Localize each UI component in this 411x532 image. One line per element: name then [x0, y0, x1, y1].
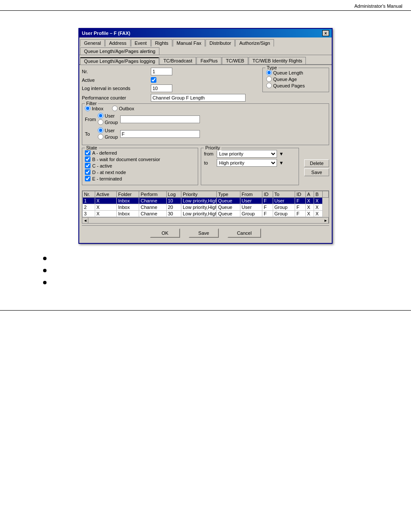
filter-section: Filter Inbox Outbox From User [82, 103, 329, 145]
tab-faxplus[interactable]: FaxPlus [196, 57, 221, 64]
type-queue-age-radio[interactable] [266, 76, 272, 82]
tab-rights[interactable]: Rights [151, 39, 172, 47]
cell-b: X [314, 211, 323, 217]
state-c-checkbox[interactable] [85, 163, 90, 168]
tab-queue-logging[interactable]: Queue Length/Age/Pages logging [80, 57, 159, 65]
performance-counter-row: Performance counter [82, 94, 329, 102]
tab-manual-fax[interactable]: Manual Fax [173, 39, 205, 47]
to-label: To [85, 131, 98, 137]
state-a-label: A - deferred [92, 150, 117, 156]
dialog-title: User Profile – F (FAX) [82, 31, 130, 36]
col-folder: Folder [117, 191, 139, 198]
state-e-checkbox[interactable] [85, 176, 90, 181]
cancel-button[interactable]: Cancel [227, 228, 261, 238]
scroll-right-btn[interactable]: ► [323, 218, 329, 224]
bullet-dot-1 [43, 257, 47, 260]
from-user-radio[interactable] [98, 113, 103, 118]
type-queued-pages-row: Queued Pages [266, 83, 325, 88]
cell-active: X [95, 204, 117, 211]
bullet-item-1 [43, 257, 368, 260]
from-row: From User Group [85, 113, 326, 126]
scroll-left-btn[interactable]: ◄ [82, 218, 88, 224]
log-interval-label: Log interval in seconds [82, 86, 151, 91]
inbox-label: Inbox [92, 106, 103, 111]
dialog-window: User Profile – F (FAX) × General Address… [78, 28, 333, 244]
state-b-row: B - wait for document conversior [85, 156, 195, 162]
to-value-input[interactable] [120, 130, 200, 138]
nr-label: Nr. [82, 69, 151, 74]
state-e-label: E - terminated [92, 176, 122, 181]
bullet-section [17, 257, 394, 284]
to-group-radio[interactable] [98, 134, 103, 140]
tab-tcweb-identity[interactable]: TC/WEB Identity Rights [249, 57, 306, 64]
state-c-row: C - active [85, 163, 195, 168]
state-a-checkbox[interactable] [85, 150, 90, 156]
state-b-checkbox[interactable] [85, 156, 90, 162]
header-title: Administrator's Manual [354, 3, 402, 9]
cell-log: 30 [166, 211, 181, 217]
cell-active: X [95, 211, 117, 217]
outbox-radio[interactable] [112, 106, 118, 111]
col-nr: Nr. [83, 191, 95, 198]
performance-counter-input[interactable] [151, 94, 246, 102]
delete-button[interactable]: Delete [304, 159, 329, 167]
priority-from-arrow: ▼ [279, 151, 283, 156]
table-scrollbar-h[interactable]: ◄ ► [82, 217, 329, 223]
cell-to: User [273, 198, 295, 204]
table-row[interactable]: 2 X Inbox Channe 20 Low priority,High Qu… [83, 204, 329, 211]
type-queue-age-label: Queue Age [273, 77, 297, 82]
tab-tc-broadcast[interactable]: TC/Broadcast [159, 57, 196, 64]
ok-button[interactable]: OK [150, 228, 180, 238]
inbox-radio[interactable] [85, 106, 90, 111]
priority-to-select[interactable]: Low priority Medium priority High priori… [217, 159, 277, 167]
save-button[interactable]: Save [189, 228, 219, 238]
cell-to: Group [273, 211, 295, 217]
cell-log: 10 [166, 198, 181, 204]
cell-b: X [314, 198, 323, 204]
from-group-label: Group [105, 120, 118, 125]
active-checkbox[interactable] [151, 77, 156, 83]
bullet-dot-3 [43, 281, 47, 284]
type-queue-length-label: Queue Length [273, 70, 303, 75]
cell-type: Queue [217, 211, 240, 217]
cell-priority: Low priority,High [181, 211, 217, 217]
state-e-row: E - terminated [85, 176, 195, 181]
tab-tcweb[interactable]: TC/WEB [222, 57, 248, 64]
priority-from-select[interactable]: Low priority Medium priority High priori… [217, 150, 277, 158]
to-row: To User Group [85, 128, 326, 140]
table-row[interactable]: 3 X Inbox Channe 30 Low priority,High Qu… [83, 211, 329, 217]
tab-queue-alerting[interactable]: Queue Length/Age/Pages alerting [80, 47, 159, 55]
table-scroll[interactable]: Nr. Active Folder Perform Log Priority T… [82, 191, 329, 217]
page-header: Administrator's Manual [0, 0, 411, 11]
to-user-radio[interactable] [98, 128, 103, 133]
priority-section: Priority from Low priority Medium priori… [201, 148, 299, 185]
log-interval-input[interactable] [151, 84, 172, 92]
from-value-input[interactable] [120, 115, 200, 123]
tab-distributor[interactable]: Distributor [206, 39, 235, 47]
direction-row: Inbox Outbox [85, 106, 326, 111]
cell-a: X [305, 211, 314, 217]
state-priority-row: State A - deferred B - wait for document… [82, 148, 329, 188]
type-queue-length-radio[interactable] [266, 70, 272, 75]
table-row[interactable]: 1 X Inbox Channe 10 Low priority,High Qu… [83, 198, 329, 204]
bullet-dot-2 [43, 269, 47, 272]
tab-general[interactable]: General [80, 39, 105, 47]
cell-log: 20 [166, 204, 181, 211]
state-d-checkbox[interactable] [85, 169, 90, 175]
save-right-button[interactable]: Save [304, 168, 329, 176]
cell-nr: 2 [83, 204, 95, 211]
type-queued-pages-radio[interactable] [266, 83, 272, 88]
tab-authorize-sign[interactable]: Authorize/Sign [235, 39, 274, 47]
from-group-row: Group [98, 119, 118, 125]
tab-event[interactable]: Event [131, 39, 151, 47]
type-queue-length-row: Queue Length [266, 70, 325, 75]
from-group-radio[interactable] [98, 119, 103, 125]
dialog-close-button[interactable]: × [322, 30, 329, 36]
tab-address[interactable]: Address [105, 39, 130, 47]
cell-folder: Inbox [117, 204, 139, 211]
cell-perform: Channe [139, 204, 166, 211]
priority-to-row: to Low priority Medium priority High pri… [204, 159, 296, 167]
cell-perform: Channe [139, 198, 166, 204]
col-perform: Perform [139, 191, 166, 198]
nr-input[interactable] [151, 68, 172, 75]
